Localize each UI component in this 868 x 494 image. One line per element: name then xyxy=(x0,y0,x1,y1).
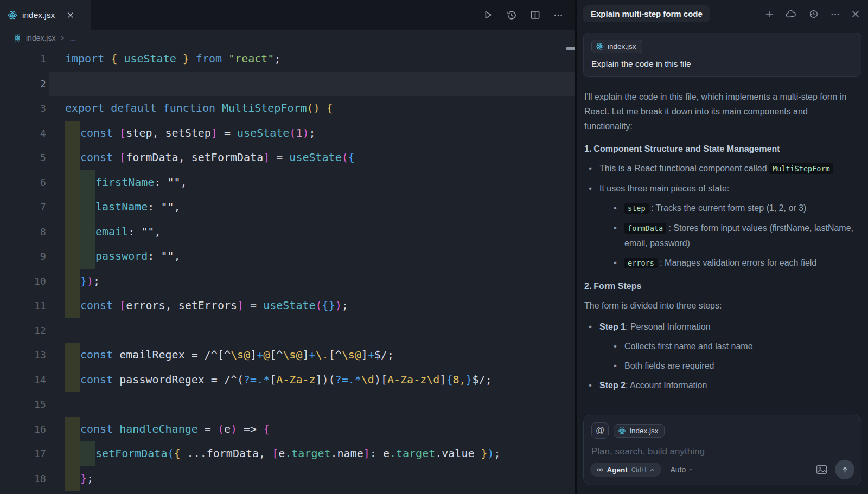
close-tab-icon[interactable] xyxy=(67,12,74,18)
line-number: 7 xyxy=(0,195,46,220)
line-number: 8 xyxy=(0,220,46,245)
line-number: 11 xyxy=(0,293,46,318)
line-number: 12 xyxy=(0,318,46,343)
indent-guide-band xyxy=(65,195,80,220)
response-bullet: It uses three main pieces of state: xyxy=(589,181,857,196)
chat-panel: Explain multi-step form code xyxy=(577,0,868,494)
response-bullet: step : Tracks the current form step (1, … xyxy=(614,201,857,216)
line-number: 6 xyxy=(0,170,46,195)
response-bullet: Step 1: Personal Information xyxy=(589,319,857,334)
bullet-icon xyxy=(589,378,599,393)
response-bullet: This is a React functional component cal… xyxy=(589,161,857,176)
mention-button[interactable]: @ xyxy=(591,422,609,439)
response-paragraph: The form is divided into three steps: xyxy=(584,298,857,313)
indent-guide-band xyxy=(80,170,95,195)
indent-guide-band xyxy=(65,244,80,269)
response-bullet: errors : Manages validation errors for e… xyxy=(614,255,857,271)
send-button[interactable] xyxy=(835,460,854,479)
bullet-icon xyxy=(589,161,599,176)
code-line-18: 18}; xyxy=(0,466,575,491)
agent-shortcut: Ctrl+I xyxy=(631,466,647,473)
bullet-icon xyxy=(614,201,624,216)
code-line-10: 10}); xyxy=(0,269,575,294)
editor-pane: index.jsx xyxy=(0,0,575,494)
response-bullet: Both fields are required xyxy=(614,358,857,373)
indent-guide-band xyxy=(65,293,80,318)
line-number: 4 xyxy=(0,121,46,146)
tab-bar: index.jsx xyxy=(0,0,575,30)
model-selector[interactable]: Auto xyxy=(670,465,693,474)
user-message-text: Explain the code in this file xyxy=(591,59,853,69)
response-section-heading: 1.Component Structure and State Manageme… xyxy=(584,142,857,156)
line-number: 14 xyxy=(0,368,46,393)
new-chat-icon[interactable] xyxy=(765,10,774,18)
tab-label: index.jsx xyxy=(22,10,55,20)
indent-guide-band xyxy=(65,121,80,146)
file-chip-label: index.jsx xyxy=(608,42,636,50)
indent-guide-band xyxy=(65,269,80,294)
cloud-icon[interactable] xyxy=(786,10,797,18)
bullet-icon xyxy=(614,339,624,354)
response-paragraph: I'll explain the code in this file, whic… xyxy=(584,89,857,133)
chat-header: Explain multi-step form code xyxy=(577,0,868,28)
code-line-16: 16const handleChange = (e) => { xyxy=(0,417,575,442)
history-icon[interactable] xyxy=(809,9,819,19)
response-bullet: Step 2: Account Information xyxy=(589,378,857,393)
code-editor[interactable]: 1import { useState } from "react";23expo… xyxy=(0,46,575,491)
indent-guide-band xyxy=(65,466,80,491)
indent-guide-band xyxy=(65,220,80,245)
code-line-11: 11const [errors, setErrors] = useState({… xyxy=(0,293,575,318)
breadcrumb: index.jsx ... xyxy=(0,30,575,46)
timeline-history-icon[interactable] xyxy=(506,10,517,21)
run-icon[interactable] xyxy=(483,10,493,20)
more-actions-icon[interactable] xyxy=(553,10,563,20)
more-icon[interactable] xyxy=(831,10,840,19)
line-number: 10 xyxy=(0,269,46,294)
breadcrumb-more[interactable]: ... xyxy=(69,34,76,42)
line-number: 3 xyxy=(0,96,46,121)
split-editor-icon[interactable] xyxy=(530,10,540,20)
context-file-chip[interactable]: index.jsx xyxy=(614,424,665,438)
line-number: 13 xyxy=(0,343,46,368)
line-number: 18 xyxy=(0,466,46,491)
image-attach-icon[interactable] xyxy=(816,465,827,474)
code-line-14: 14const passwordRegex = /^(?=.*[A-Za-z])… xyxy=(0,368,575,393)
chat-input[interactable]: @ index.jsx Plan, search, build anything… xyxy=(583,415,861,485)
file-chip[interactable]: index.jsx xyxy=(591,40,642,53)
indent-guide-band xyxy=(65,145,80,170)
send-arrow-icon xyxy=(841,466,849,474)
indent-guide-band xyxy=(80,220,95,245)
line-number: 2 xyxy=(0,72,46,97)
react-icon xyxy=(13,34,22,42)
line-number: 16 xyxy=(0,417,46,442)
response-bullet: Collects first name and last name xyxy=(614,339,857,354)
breadcrumb-file[interactable]: index.jsx xyxy=(26,34,55,42)
agent-mode-selector[interactable]: ∞ Agent Ctrl+I xyxy=(590,463,661,477)
scrollbar-thumb[interactable] xyxy=(566,47,575,50)
indent-guide-band xyxy=(65,417,80,442)
input-placeholder[interactable]: Plan, search, build anything xyxy=(591,446,853,457)
bullet-icon xyxy=(614,358,624,373)
code-line-3: 3export default function MultiStepForm()… xyxy=(0,96,575,121)
chat-title-tab[interactable]: Explain multi-step form code xyxy=(583,5,710,22)
line-number: 5 xyxy=(0,145,46,170)
bullet-icon xyxy=(614,255,624,271)
line-number: 17 xyxy=(0,441,46,466)
agent-label: Agent xyxy=(607,466,627,474)
tab-index-jsx[interactable]: index.jsx xyxy=(0,0,91,30)
line-number: 1 xyxy=(0,47,46,72)
code-line-8: 8email: "", xyxy=(0,220,575,245)
code-line-15: 15 xyxy=(0,392,575,417)
assistant-response: I'll explain the code in this file, whic… xyxy=(577,80,868,412)
editor-actions xyxy=(483,0,563,30)
code-line-17: 17setFormData({ ...formData, [e.target.n… xyxy=(0,441,575,466)
indent-guide-band xyxy=(65,343,80,368)
code-line-2: 2 xyxy=(0,72,575,97)
line-number: 9 xyxy=(0,244,46,269)
code-line-4: 4const [step, setStep] = useState(1); xyxy=(0,121,575,146)
react-icon xyxy=(8,10,17,20)
chevron-right-icon xyxy=(60,35,65,41)
close-panel-icon[interactable] xyxy=(852,10,859,18)
app-window: index.jsx xyxy=(0,0,868,494)
bullet-icon xyxy=(589,319,599,334)
